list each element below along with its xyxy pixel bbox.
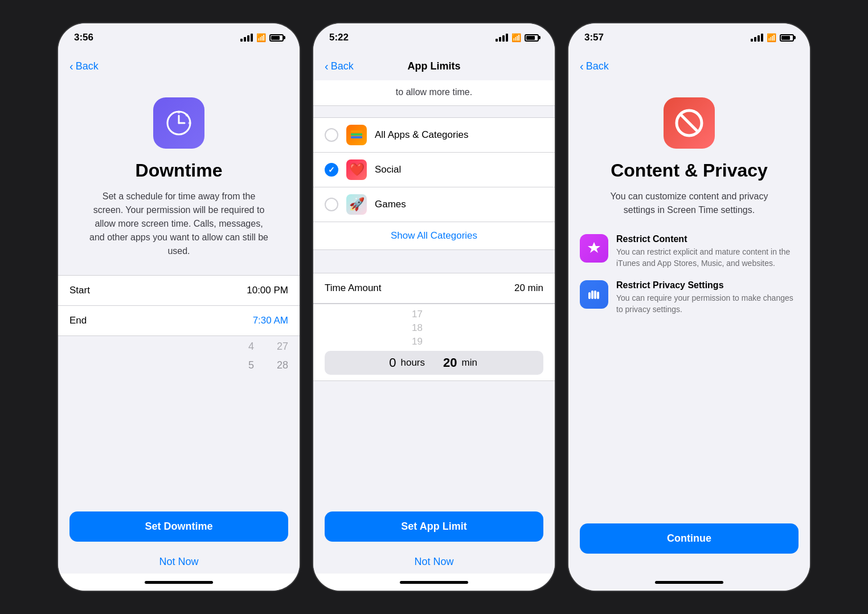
picker-hours-value: 0 <box>389 355 396 370</box>
svg-point-5 <box>189 122 191 125</box>
phone-app-limits: 5:22 📶 ‹ Back App Limits to allow mo <box>312 22 556 592</box>
app-name-games: Games <box>375 199 543 210</box>
app-icon-games: 🚀 <box>346 194 367 215</box>
back-chevron-icon-2: ‹ <box>325 60 329 73</box>
picker-num-5: 5 <box>248 359 254 371</box>
phone-downtime: 3:56 📶 ‹ Back <box>57 22 301 592</box>
app-icon-social: ❤️ <box>346 159 367 180</box>
app-name-all: All Apps & Categories <box>375 129 543 141</box>
start-value: 10:00 PM <box>247 285 288 296</box>
time-amount-label: Time Amount <box>325 283 382 294</box>
svg-line-10 <box>681 114 698 132</box>
show-all-label: Show All Categories <box>391 230 477 241</box>
content-privacy-screen-content: Content & Privacy You can customize cont… <box>568 80 810 574</box>
nav-bar-3: ‹ Back <box>568 52 810 80</box>
picker-num-28: 28 <box>277 359 288 371</box>
home-indicator-1 <box>58 574 300 591</box>
content-privacy-desc: You can customize content and privacy se… <box>580 190 799 217</box>
radio-social[interactable] <box>325 163 338 177</box>
status-time-2: 5:22 <box>329 32 349 43</box>
nav-title-2: App Limits <box>408 60 461 72</box>
not-now-label-1: Not Now <box>159 556 198 567</box>
continue-label: Continue <box>667 533 711 544</box>
battery-icon-2 <box>525 34 539 42</box>
signal-icon-2 <box>496 34 508 42</box>
back-label-3: Back <box>586 60 609 72</box>
end-value: 7:30 AM <box>253 315 288 326</box>
picker-num-4: 4 <box>248 341 254 353</box>
time-amount-value: 20 min <box>514 283 543 294</box>
set-app-limit-button[interactable]: Set App Limit <box>325 511 543 542</box>
status-bar-2: 5:22 📶 <box>313 23 555 52</box>
restrict-privacy-text: Restrict Privacy Settings You can requir… <box>616 280 799 315</box>
downtime-end-row[interactable]: End 7:30 AM <box>58 306 300 335</box>
continue-button[interactable]: Continue <box>580 523 799 554</box>
picker-above-18: 18 <box>313 321 555 335</box>
home-bar-2 <box>400 581 468 584</box>
downtime-icon-svg <box>163 108 194 138</box>
downtime-picker-row2: 5 28 <box>58 357 300 374</box>
not-now-button-1[interactable]: Not Now <box>58 550 300 574</box>
set-downtime-label: Set Downtime <box>145 521 212 532</box>
app-row-social[interactable]: ❤️ Social <box>313 153 555 187</box>
svg-marker-11 <box>588 242 600 253</box>
content-privacy-icon-area: Content & Privacy You can customize cont… <box>568 80 810 223</box>
wifi-icon-1: 📶 <box>256 33 266 42</box>
svg-rect-7 <box>351 133 362 136</box>
svg-rect-12 <box>588 292 591 299</box>
wifi-icon-3: 📶 <box>767 33 776 42</box>
downtime-icon-area: Downtime Set a schedule for time away fr… <box>58 80 300 264</box>
partial-text: to allow more time. <box>313 80 555 106</box>
app-limits-screen-content: to allow more time. All Apps & Ca <box>313 80 555 574</box>
svg-point-3 <box>178 111 181 114</box>
picker-selected-band[interactable]: 0 hours 20 min <box>325 351 543 375</box>
app-row-games[interactable]: 🚀 Games <box>313 187 555 222</box>
app-name-social: Social <box>375 164 543 175</box>
restrict-privacy-desc: You can require your permission to make … <box>616 293 799 315</box>
not-now-label-2: Not Now <box>414 556 453 567</box>
picker-above-19: 19 <box>313 335 555 349</box>
phone-content-privacy: 3:57 📶 ‹ Back <box>567 22 811 592</box>
status-bar-1: 3:56 📶 <box>58 23 300 52</box>
picker-19: 19 <box>354 336 434 347</box>
radio-games[interactable] <box>325 198 338 211</box>
back-button-1[interactable]: ‹ Back <box>69 60 99 73</box>
picker-blank-3 <box>434 336 514 347</box>
picker-blank-1 <box>434 309 514 320</box>
set-app-limit-label: Set App Limit <box>401 521 466 532</box>
back-button-2[interactable]: ‹ Back <box>325 60 354 73</box>
battery-icon-1 <box>269 34 284 42</box>
downtime-app-icon <box>153 97 204 149</box>
partial-text-content: to allow more time. <box>396 87 472 97</box>
downtime-start-row[interactable]: Start 10:00 PM <box>58 276 300 306</box>
status-bar-3: 3:57 📶 <box>568 23 810 52</box>
show-all-button[interactable]: Show All Categories <box>313 222 555 250</box>
back-button-3[interactable]: ‹ Back <box>580 60 609 73</box>
not-now-button-2[interactable]: Not Now <box>313 550 555 574</box>
app-list: All Apps & Categories ❤️ Social 🚀 Games <box>313 117 555 222</box>
feature-row-content: Restrict Content You can restrict explic… <box>580 234 799 269</box>
picker-18: 18 <box>354 322 434 334</box>
picker-num-27: 27 <box>277 341 288 353</box>
downtime-screen-content: Downtime Set a schedule for time away fr… <box>58 80 300 574</box>
picker-above-17: 17 <box>313 308 555 321</box>
status-icons-2: 📶 <box>496 33 539 42</box>
radio-all[interactable] <box>325 128 338 142</box>
restrict-privacy-icon <box>580 280 608 309</box>
restrict-content-desc: You can restrict explicit and mature con… <box>616 247 799 269</box>
svg-rect-14 <box>594 290 596 299</box>
restrict-content-icon <box>580 234 608 263</box>
downtime-picker-above: 4 27 <box>58 336 300 357</box>
signal-icon-3 <box>751 34 763 42</box>
set-downtime-button[interactable]: Set Downtime <box>69 511 288 542</box>
end-label: End <box>69 315 87 326</box>
svg-rect-13 <box>591 290 593 299</box>
svg-point-4 <box>186 114 189 117</box>
back-label-1: Back <box>76 60 99 72</box>
time-picker[interactable]: 17 18 19 <box>313 304 555 381</box>
start-label: Start <box>69 285 90 296</box>
nav-bar-1: ‹ Back <box>58 52 300 80</box>
app-row-all[interactable]: All Apps & Categories <box>313 118 555 153</box>
time-amount-section: Time Amount 20 min <box>313 273 555 304</box>
home-indicator-3 <box>568 574 810 591</box>
